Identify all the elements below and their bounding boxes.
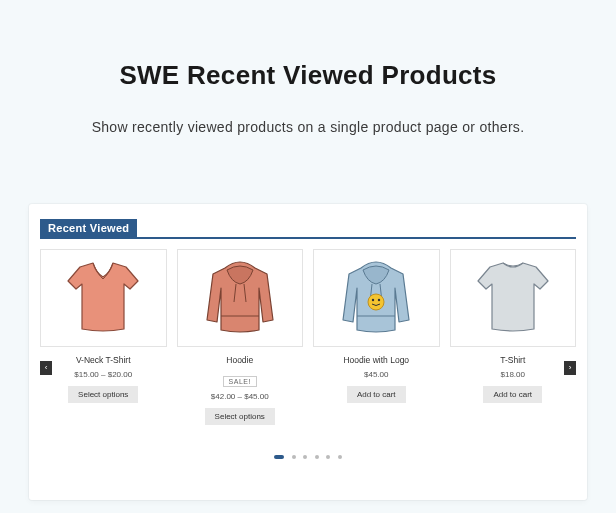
- section-heading: Recent Viewed: [40, 218, 576, 239]
- product-card[interactable]: Hoodie with Logo $45.00 Add to cart: [313, 249, 440, 425]
- chevron-right-icon: ›: [569, 364, 572, 372]
- product-thumbnail[interactable]: [313, 249, 440, 347]
- pagination-dot[interactable]: [303, 455, 307, 459]
- tshirt-icon: [468, 259, 558, 337]
- pagination-dot[interactable]: [315, 455, 319, 459]
- product-price: $42.00 – $45.00: [177, 392, 304, 401]
- product-thumbnail[interactable]: [40, 249, 167, 347]
- section-label: Recent Viewed: [40, 219, 137, 237]
- product-card[interactable]: T-Shirt $18.00 Add to cart: [450, 249, 577, 425]
- product-thumbnail[interactable]: [177, 249, 304, 347]
- pagination-dot[interactable]: [292, 455, 296, 459]
- page-title: SWE Recent Viewed Products: [0, 0, 616, 91]
- carousel-next-button[interactable]: ›: [564, 361, 576, 375]
- product-name: T-Shirt: [450, 355, 577, 365]
- product-thumbnail[interactable]: [450, 249, 577, 347]
- product-card[interactable]: Hoodie SALE! $42.00 – $45.00 Select opti…: [177, 249, 304, 425]
- product-price: $15.00 – $20.00: [40, 370, 167, 379]
- product-card[interactable]: V-Neck T-Shirt $15.00 – $20.00 Select op…: [40, 249, 167, 425]
- svg-point-6: [378, 299, 380, 301]
- sale-badge: SALE!: [223, 376, 257, 387]
- pagination-dot[interactable]: [274, 455, 284, 459]
- product-name: V-Neck T-Shirt: [40, 355, 167, 365]
- product-price: $45.00: [313, 370, 440, 379]
- product-price: $18.00: [450, 370, 577, 379]
- pagination-dot[interactable]: [338, 455, 342, 459]
- svg-point-5: [372, 299, 374, 301]
- select-options-button[interactable]: Select options: [205, 408, 275, 425]
- products-row: V-Neck T-Shirt $15.00 – $20.00 Select op…: [40, 249, 576, 425]
- vneck-tshirt-icon: [58, 259, 148, 337]
- select-options-button[interactable]: Select options: [68, 386, 138, 403]
- carousel-prev-button[interactable]: ‹: [40, 361, 52, 375]
- product-name: Hoodie: [177, 355, 304, 365]
- product-carousel: V-Neck T-Shirt $15.00 – $20.00 Select op…: [40, 249, 576, 463]
- hoodie-icon: [197, 258, 283, 338]
- chevron-left-icon: ‹: [45, 364, 48, 372]
- svg-point-4: [368, 294, 384, 310]
- hoodie-logo-icon: [333, 258, 419, 338]
- pagination-dot[interactable]: [326, 455, 330, 459]
- add-to-cart-button[interactable]: Add to cart: [347, 386, 406, 403]
- page-description: Show recently viewed products on a singl…: [0, 119, 616, 135]
- product-name: Hoodie with Logo: [313, 355, 440, 365]
- add-to-cart-button[interactable]: Add to cart: [483, 386, 542, 403]
- recent-viewed-widget: Recent Viewed V-Neck T-Shirt $15.00 – $2…: [29, 204, 587, 500]
- carousel-pagination: [40, 445, 576, 463]
